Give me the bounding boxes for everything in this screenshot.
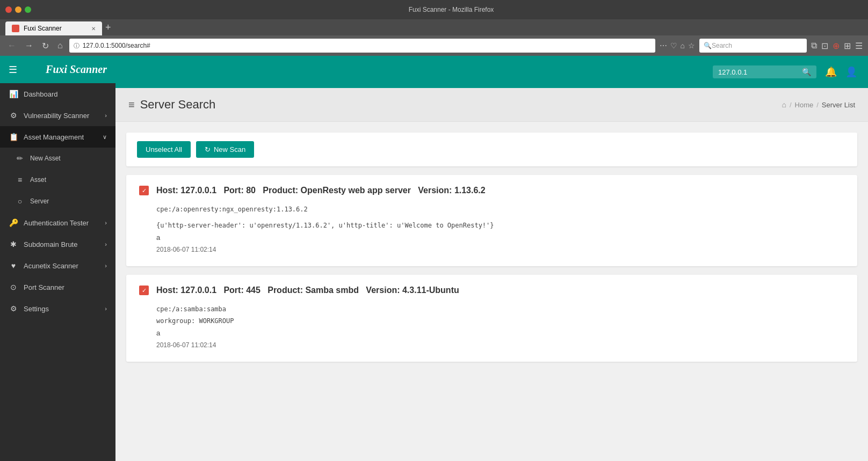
new-asset-icon: ✏ — [15, 154, 25, 163]
action-bar-card: Unselect All ↻ New Scan — [126, 133, 857, 166]
server-1-checkbox[interactable]: ✓ — [139, 186, 149, 195]
home-button[interactable]: ⌂ — [55, 39, 65, 53]
sidebar-item-label: Asset — [30, 176, 46, 184]
content-area: Unselect All ↻ New Scan ✓ Host: 127.0.0.… — [115, 122, 868, 372]
close-button[interactable] — [5, 6, 12, 13]
sidebar-item-label: Subdomain Brute — [24, 240, 77, 248]
sidebar-item-label: Asset Management — [24, 133, 84, 141]
server-card-2: ✓ Host: 127.0.0.1 Port: 445 Product: Sam… — [126, 275, 857, 362]
star-icon[interactable]: ☆ — [688, 41, 695, 50]
asset-management-icon: 📋 — [9, 133, 18, 141]
new-tab-button[interactable]: + — [105, 22, 111, 35]
sidebar-item-port-scanner[interactable]: ⊙ Port Scanner — [0, 276, 115, 298]
sidebar-item-label: Server — [30, 197, 49, 205]
user-icon[interactable]: 👤 — [845, 66, 857, 78]
server-1-flag: a — [156, 231, 844, 244]
sidebar-item-subdomain-brute[interactable]: ✱ Subdomain Brute › — [0, 233, 115, 255]
tab-label: Fuxi Scanner — [24, 25, 62, 32]
acunetix-icon: ♥ — [9, 261, 18, 270]
auth-tester-icon: 🔑 — [9, 218, 18, 227]
server-card-1-header: ✓ Host: 127.0.0.1 Port: 80 Product: Open… — [139, 186, 844, 195]
url-text: 127.0.0.1:5000/search# — [83, 42, 651, 49]
address-bar[interactable]: ⓘ 127.0.0.1:5000/search# — [69, 39, 655, 53]
search-submit-icon[interactable]: 🔍 — [802, 68, 811, 76]
library-icon[interactable]: ⧉ — [811, 41, 817, 50]
unselect-all-button[interactable]: Unselect All — [137, 141, 191, 158]
heart-icon[interactable]: ♡ — [670, 41, 677, 50]
sidebar-item-asset-management[interactable]: 📋 Asset Management ∨ — [0, 126, 115, 148]
sidebar-item-label: Vulnerability Scanner — [24, 112, 89, 120]
notification-icon[interactable]: 🔔 — [825, 66, 837, 78]
window-controls — [5, 6, 31, 13]
browser-title: Fuxi Scanner - Mozilla Firefox — [40, 6, 863, 13]
chevron-down-icon: ∨ — [103, 134, 107, 141]
app-layout: ☰ Fuxi Scanner 📊 Dashboard ⚙ Vulnerabili… — [0, 56, 868, 461]
sidebar-item-label: Authentication Tester — [24, 219, 89, 227]
new-scan-label: New Scan — [214, 145, 245, 153]
addon-icon[interactable]: ⊕ — [833, 41, 840, 51]
server-2-timestamp: 2018-06-07 11:02:14 — [156, 340, 844, 352]
server-2-flag: a — [156, 327, 844, 339]
sidebar-item-vulnerability-scanner[interactable]: ⚙ Vulnerability Scanner › — [0, 105, 115, 126]
new-scan-button[interactable]: ↻ New Scan — [196, 141, 254, 158]
page-title-text: Server Search — [140, 98, 216, 112]
top-header: 🔍 🔔 👤 — [115, 56, 868, 88]
nav-right-icons: ⧉ ⊡ ⊕ ⊞ ☰ — [811, 41, 863, 51]
server-1-timestamp: 2018-06-07 11:02:14 — [156, 244, 844, 256]
new-scan-icon: ↻ — [205, 145, 211, 153]
bookmark-icon[interactable]: ⋯ — [660, 41, 667, 50]
server-1-title: Host: 127.0.0.1 Port: 80 Product: OpenRe… — [156, 186, 486, 195]
maximize-button[interactable] — [25, 6, 31, 13]
breadcrumb-home-link[interactable]: Home — [795, 101, 814, 109]
chevron-right-icon: › — [105, 262, 107, 269]
tab-favicon — [12, 25, 19, 32]
server-1-body: cpe:/a:openresty:ngx_openresty:1.13.6.2 … — [139, 204, 844, 255]
server-2-title: Host: 127.0.0.1 Port: 445 Product: Samba… — [156, 286, 459, 295]
search-input[interactable] — [718, 68, 799, 76]
search-wrapper[interactable]: 🔍 — [713, 65, 816, 78]
home-icon[interactable]: ⌂ — [681, 41, 685, 50]
vuln-scanner-icon: ⚙ — [9, 111, 18, 120]
minimize-button[interactable] — [15, 6, 21, 13]
menu-icon[interactable]: ☰ — [855, 41, 863, 51]
tab-close-icon[interactable]: ✕ — [91, 26, 96, 32]
sidebar: ☰ Fuxi Scanner 📊 Dashboard ⚙ Vulnerabili… — [0, 56, 115, 461]
page-title: ≡ Server Search — [128, 98, 215, 112]
page-title-icon: ≡ — [128, 99, 135, 111]
responsive-icon[interactable]: ⊞ — [844, 41, 851, 51]
nav-icons: ⋯ ♡ ⌂ ☆ — [660, 41, 695, 50]
server-2-checkbox[interactable]: ✓ — [139, 286, 149, 295]
forward-button[interactable]: → — [23, 39, 35, 53]
server-2-cpe: cpe:/a:samba:samba — [156, 304, 844, 316]
browser-chrome: Fuxi Scanner - Mozilla Firefox — [0, 0, 868, 19]
sidebar-item-server[interactable]: ○ Server — [0, 191, 115, 212]
subdomain-icon: ✱ — [9, 240, 18, 248]
browser-search-bar[interactable]: 🔍 Search — [699, 39, 807, 53]
sidebar-item-authentication-tester[interactable]: 🔑 Authentication Tester › — [0, 212, 115, 233]
hamburger-icon[interactable]: ☰ — [9, 64, 17, 76]
server-2-extra: workgroup: WORKGROUP — [156, 316, 844, 327]
server-icon: ○ — [15, 197, 25, 206]
action-bar: Unselect All ↻ New Scan — [126, 133, 857, 166]
lock-icon: ⓘ — [74, 42, 79, 50]
main-content: 🔍 🔔 👤 ≡ Server Search ⌂ / Home / Server … — [115, 56, 868, 461]
nav-bar: ← → ↻ ⌂ ⓘ 127.0.0.1:5000/search# ⋯ ♡ ⌂ ☆… — [0, 35, 868, 56]
reload-button[interactable]: ↻ — [40, 39, 51, 53]
breadcrumb-home-icon[interactable]: ⌂ — [782, 100, 786, 109]
synced-tabs-icon[interactable]: ⊡ — [821, 41, 828, 51]
server-1-details: {u'http-server-header': u'openresty/1.13… — [156, 220, 844, 232]
sidebar-item-dashboard[interactable]: 📊 Dashboard — [0, 83, 115, 105]
sidebar-logo: ☰ Fuxi Scanner — [0, 56, 115, 83]
tab-bar: Fuxi Scanner ✕ + — [0, 19, 868, 35]
server-card-2-header: ✓ Host: 127.0.0.1 Port: 445 Product: Sam… — [139, 286, 844, 295]
sidebar-item-settings[interactable]: ⚙ Settings › — [0, 298, 115, 319]
sidebar-item-asset[interactable]: ≡ Asset — [0, 169, 115, 191]
sidebar-item-acunetix-scanner[interactable]: ♥ Acunetix Scanner › — [0, 255, 115, 276]
server-card-1: ✓ Host: 127.0.0.1 Port: 80 Product: Open… — [126, 175, 857, 266]
page-title-bar: ≡ Server Search ⌂ / Home / Server List — [115, 88, 868, 122]
chevron-right-icon: › — [105, 112, 107, 119]
browser-tab[interactable]: Fuxi Scanner ✕ — [5, 21, 102, 35]
sidebar-item-new-asset[interactable]: ✏ New Asset — [0, 148, 115, 169]
back-button[interactable]: ← — [5, 39, 18, 53]
sidebar-item-label: Settings — [24, 305, 49, 313]
